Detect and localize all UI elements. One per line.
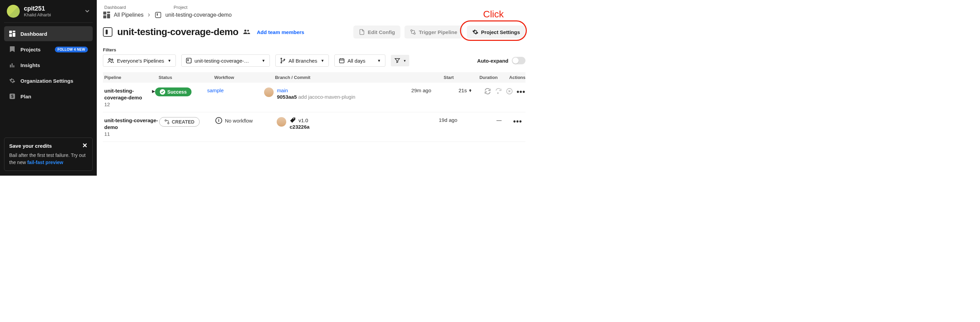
duration: 21s <box>431 87 479 93</box>
trigger-pipeline-button[interactable]: Trigger Pipeline <box>404 25 463 38</box>
svg-text:$: $ <box>11 94 14 99</box>
pipeline-icon <box>164 119 170 125</box>
pipeline-icon <box>410 29 416 35</box>
gear-icon <box>9 77 16 84</box>
caret-down-icon: ▼ <box>321 59 325 63</box>
crumb-all-pipelines[interactable]: All Pipelines <box>114 12 143 18</box>
close-icon[interactable] <box>82 143 88 149</box>
rerun-icon[interactable] <box>484 87 492 95</box>
project-icon <box>186 57 192 63</box>
org-switcher[interactable]: cpit251 Khalid Alharbi <box>4 5 93 23</box>
grid-icon <box>103 11 110 19</box>
file-icon <box>359 29 365 35</box>
caret-down-icon: ▾ <box>404 59 406 63</box>
svg-rect-9 <box>103 11 106 14</box>
sidebar-item-label: Plan <box>21 94 31 99</box>
table-row[interactable]: unit-testing-coverage-demo 11 CREATED i … <box>103 112 525 142</box>
tag-icon <box>290 117 296 123</box>
table-row[interactable]: unit-testing-coverage-demo 12 ▶ Success … <box>103 83 525 112</box>
sidebar-item-insights[interactable]: Insights <box>4 57 93 73</box>
breadcrumb: All Pipelines unit-testing-coverage-demo <box>103 11 525 19</box>
auto-expand-toggle[interactable]: Auto-expand <box>477 57 525 64</box>
start-time: 29m ago <box>380 87 431 93</box>
people-icon <box>107 57 114 63</box>
workflow-text: No workflow <box>225 118 253 124</box>
start-time: 19d ago <box>403 117 457 123</box>
commit-hash[interactable]: c23226a <box>290 124 309 130</box>
tag-name: v1.0 <box>299 117 308 123</box>
promo-title: Save your credits <box>9 143 52 149</box>
info-icon: i <box>215 117 222 124</box>
svg-rect-11 <box>107 14 110 18</box>
svg-point-19 <box>109 59 110 60</box>
sidebar-item-label: Dashboard <box>21 31 47 37</box>
svg-rect-14 <box>157 13 158 16</box>
svg-point-25 <box>284 59 285 60</box>
check-circle-icon <box>160 89 165 95</box>
svg-rect-26 <box>339 59 344 63</box>
gear-icon <box>472 29 479 35</box>
promo-card: Save your credits Bail after the first t… <box>4 138 93 171</box>
svg-rect-2 <box>13 33 15 37</box>
branch-link[interactable]: main <box>277 87 288 93</box>
arrow-up-icon <box>468 89 472 93</box>
avatar <box>277 117 286 127</box>
status-badge: CREATED <box>159 117 200 127</box>
chevron-down-icon <box>84 8 90 14</box>
svg-point-23 <box>281 58 282 59</box>
svg-rect-1 <box>13 31 15 32</box>
svg-rect-10 <box>107 11 110 13</box>
duration: — <box>457 117 508 123</box>
commit-hash[interactable]: 9053aa5 <box>277 94 297 100</box>
filter-branches[interactable]: All Branches ▼ <box>275 54 329 67</box>
sidebar-item-dashboard[interactable]: Dashboard <box>4 26 93 41</box>
cancel-icon[interactable] <box>506 87 513 95</box>
filter-scope[interactable]: Everyone's Pipelines ▼ <box>103 54 176 67</box>
commit-message: add jacoco-maven-plugin <box>298 94 355 100</box>
sidebar: cpit251 Khalid Alharbi Dashboard Project… <box>0 0 97 176</box>
rerun-failed-icon[interactable] <box>495 87 502 95</box>
sidebar-nav: Dashboard Projects FOLLOW 4 NEW Insights <box>4 26 93 104</box>
svg-rect-4 <box>10 65 11 67</box>
svg-point-17 <box>411 30 413 31</box>
new-badge: FOLLOW 4 NEW <box>55 47 88 52</box>
chart-icon <box>9 62 16 68</box>
sidebar-item-label: Insights <box>21 62 40 68</box>
svg-point-20 <box>111 59 113 60</box>
edit-config-button[interactable]: Edit Config <box>353 25 400 38</box>
crumb-project[interactable]: unit-testing-coverage-demo <box>165 12 232 18</box>
toggle-switch[interactable] <box>512 57 525 64</box>
more-icon[interactable]: ••• <box>513 117 522 126</box>
svg-rect-21 <box>186 58 191 63</box>
filters-row: Everyone's Pipelines ▼ unit-testing-cove… <box>103 54 525 67</box>
sidebar-item-org-settings[interactable]: Organization Settings <box>4 73 93 88</box>
project-settings-button[interactable]: Project Settings <box>467 25 525 38</box>
workflow-link[interactable]: sample <box>207 87 224 93</box>
filters-label: Filters <box>103 47 525 52</box>
svg-rect-5 <box>11 63 13 67</box>
promo-body: Bail after the first test failure. Try o… <box>9 152 88 166</box>
branch-icon <box>280 57 286 63</box>
caret-right-icon[interactable]: ▶ <box>152 89 155 94</box>
pipeline-number: 11 <box>104 131 159 137</box>
svg-point-15 <box>244 30 247 32</box>
filter-days[interactable]: All days ▼ <box>334 54 385 67</box>
add-team-link[interactable]: Add team members <box>257 29 304 35</box>
breadcrumb-labels: Dashboard Project <box>103 5 525 10</box>
promo-link[interactable]: fail-fast preview <box>27 160 64 165</box>
filter-more[interactable]: ▾ <box>391 55 409 67</box>
filter-project[interactable]: unit-testing-coverage-… ▼ <box>181 54 270 67</box>
status-badge: Success <box>155 87 191 96</box>
funnel-icon <box>394 57 400 63</box>
more-icon[interactable]: ••• <box>517 87 525 96</box>
table-header: Pipeline Status Workflow Branch / Commit… <box>103 72 525 83</box>
svg-point-29 <box>165 120 166 121</box>
sidebar-item-plan[interactable]: $ Plan <box>4 89 93 104</box>
sidebar-item-projects[interactable]: Projects FOLLOW 4 NEW <box>4 42 93 57</box>
svg-point-30 <box>168 122 169 124</box>
pipeline-table: Pipeline Status Workflow Branch / Commit… <box>103 72 525 142</box>
sidebar-item-label: Organization Settings <box>21 78 73 84</box>
dollar-icon: $ <box>9 93 16 100</box>
caret-down-icon: ▼ <box>168 59 172 63</box>
avatar <box>264 87 274 97</box>
